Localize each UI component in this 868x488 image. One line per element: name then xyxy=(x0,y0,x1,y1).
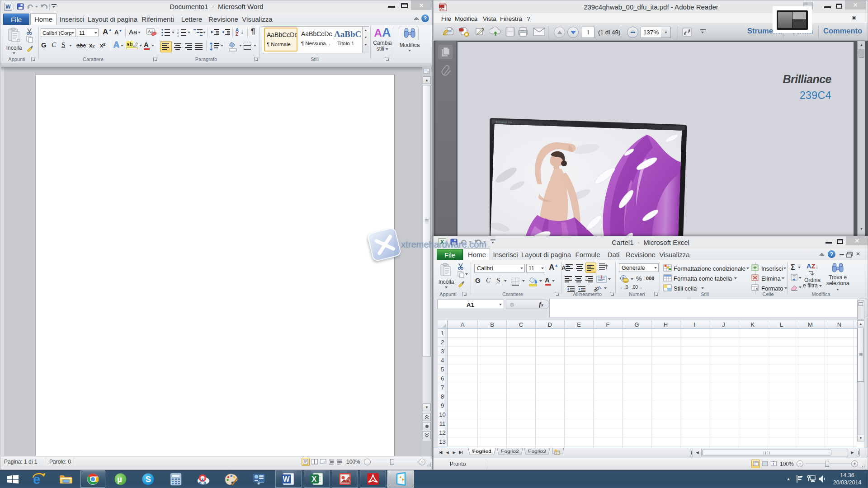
svg-text:X: X xyxy=(312,475,317,483)
svg-text:S: S xyxy=(146,475,151,484)
svg-text:3: 3 xyxy=(177,34,179,37)
svg-text:W: W xyxy=(283,475,290,483)
svg-text:µ: µ xyxy=(117,474,122,484)
